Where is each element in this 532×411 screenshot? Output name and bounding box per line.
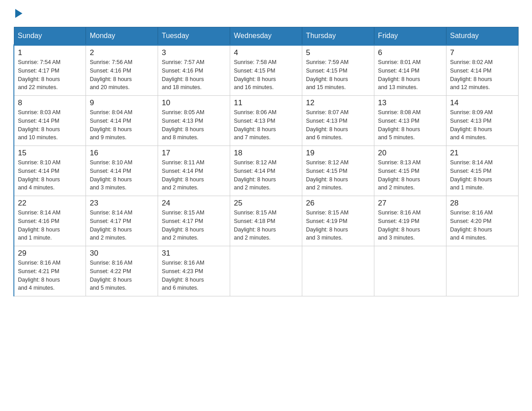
day-info: Sunrise: 8:08 AM Sunset: 4:13 PM Dayligh…	[378, 108, 442, 142]
day-info: Sunrise: 8:12 AM Sunset: 4:14 PM Dayligh…	[234, 158, 298, 192]
day-cell-12: 12 Sunrise: 8:07 AM Sunset: 4:13 PM Dayl…	[302, 96, 374, 146]
calendar-header: Sunday Monday Tuesday Wednesday Thursday…	[14, 27, 519, 45]
day-info: Sunrise: 8:12 AM Sunset: 4:15 PM Dayligh…	[306, 158, 370, 192]
day-info: Sunrise: 8:01 AM Sunset: 4:14 PM Dayligh…	[378, 58, 442, 92]
day-cell-7: 7 Sunrise: 8:02 AM Sunset: 4:14 PM Dayli…	[446, 45, 519, 96]
day-number: 28	[450, 199, 515, 208]
day-number: 6	[378, 48, 442, 57]
day-number: 30	[90, 249, 154, 258]
day-info: Sunrise: 8:14 AM Sunset: 4:17 PM Dayligh…	[90, 209, 154, 242]
day-cell-3: 3 Sunrise: 7:57 AM Sunset: 4:16 PM Dayli…	[158, 45, 230, 96]
logo-triangle-icon	[15, 9, 22, 18]
day-number: 18	[234, 149, 298, 158]
day-cell-30: 30 Sunrise: 8:16 AM Sunset: 4:22 PM Dayl…	[86, 246, 158, 296]
day-cell-11: 11 Sunrise: 8:06 AM Sunset: 4:13 PM Dayl…	[230, 96, 302, 146]
day-cell-13: 13 Sunrise: 8:08 AM Sunset: 4:13 PM Dayl…	[374, 96, 446, 146]
day-cell-19: 19 Sunrise: 8:12 AM Sunset: 4:15 PM Dayl…	[302, 146, 374, 196]
col-saturday: Saturday	[446, 27, 519, 45]
col-tuesday: Tuesday	[158, 27, 230, 45]
calendar-week-4: 22 Sunrise: 8:14 AM Sunset: 4:16 PM Dayl…	[14, 196, 519, 246]
day-info: Sunrise: 7:57 AM Sunset: 4:16 PM Dayligh…	[162, 58, 226, 92]
day-cell-4: 4 Sunrise: 7:58 AM Sunset: 4:15 PM Dayli…	[230, 45, 302, 96]
day-cell-31: 31 Sunrise: 8:16 AM Sunset: 4:23 PM Dayl…	[158, 246, 230, 296]
day-number: 20	[378, 149, 442, 158]
day-info: Sunrise: 8:13 AM Sunset: 4:15 PM Dayligh…	[378, 158, 442, 192]
day-number: 25	[234, 199, 298, 208]
day-info: Sunrise: 8:10 AM Sunset: 4:14 PM Dayligh…	[90, 158, 154, 192]
day-number: 27	[378, 199, 442, 208]
day-cell-2: 2 Sunrise: 7:56 AM Sunset: 4:16 PM Dayli…	[86, 45, 158, 96]
day-cell-24: 24 Sunrise: 8:15 AM Sunset: 4:17 PM Dayl…	[158, 196, 230, 246]
calendar-week-1: 1 Sunrise: 7:54 AM Sunset: 4:17 PM Dayli…	[14, 45, 519, 96]
day-info: Sunrise: 8:16 AM Sunset: 4:19 PM Dayligh…	[378, 209, 442, 242]
day-number: 8	[18, 98, 82, 107]
day-number: 16	[90, 149, 154, 158]
day-cell-8: 8 Sunrise: 8:03 AM Sunset: 4:14 PM Dayli…	[14, 96, 86, 146]
day-number: 29	[18, 249, 82, 258]
col-thursday: Thursday	[302, 27, 374, 45]
day-info: Sunrise: 8:14 AM Sunset: 4:15 PM Dayligh…	[450, 158, 515, 192]
col-wednesday: Wednesday	[230, 27, 302, 45]
day-info: Sunrise: 8:15 AM Sunset: 4:18 PM Dayligh…	[234, 209, 298, 242]
day-number: 11	[234, 98, 298, 107]
day-info: Sunrise: 8:02 AM Sunset: 4:14 PM Dayligh…	[450, 58, 515, 92]
day-number: 26	[306, 199, 370, 208]
day-info: Sunrise: 8:14 AM Sunset: 4:16 PM Dayligh…	[18, 209, 82, 242]
logo	[13, 9, 22, 18]
day-cell-17: 17 Sunrise: 8:11 AM Sunset: 4:14 PM Dayl…	[158, 146, 230, 196]
day-info: Sunrise: 8:16 AM Sunset: 4:21 PM Dayligh…	[18, 259, 82, 292]
day-cell-5: 5 Sunrise: 7:59 AM Sunset: 4:15 PM Dayli…	[302, 45, 374, 96]
day-cell-20: 20 Sunrise: 8:13 AM Sunset: 4:15 PM Dayl…	[374, 146, 446, 196]
day-cell-25: 25 Sunrise: 8:15 AM Sunset: 4:18 PM Dayl…	[230, 196, 302, 246]
calendar-week-2: 8 Sunrise: 8:03 AM Sunset: 4:14 PM Dayli…	[14, 96, 519, 146]
day-info: Sunrise: 8:10 AM Sunset: 4:14 PM Dayligh…	[18, 158, 82, 192]
day-cell-15: 15 Sunrise: 8:10 AM Sunset: 4:14 PM Dayl…	[14, 146, 86, 196]
day-number: 4	[234, 48, 298, 57]
day-cell-10: 10 Sunrise: 8:05 AM Sunset: 4:13 PM Dayl…	[158, 96, 230, 146]
col-friday: Friday	[374, 27, 446, 45]
empty-cell	[230, 246, 302, 296]
day-number: 19	[306, 149, 370, 158]
day-number: 12	[306, 98, 370, 107]
day-cell-28: 28 Sunrise: 8:16 AM Sunset: 4:20 PM Dayl…	[446, 196, 519, 246]
empty-cell	[374, 246, 446, 296]
day-info: Sunrise: 8:15 AM Sunset: 4:19 PM Dayligh…	[306, 209, 370, 242]
calendar-week-5: 29 Sunrise: 8:16 AM Sunset: 4:21 PM Dayl…	[14, 246, 519, 296]
col-monday: Monday	[86, 27, 158, 45]
day-number: 15	[18, 149, 82, 158]
day-info: Sunrise: 8:15 AM Sunset: 4:17 PM Dayligh…	[162, 209, 226, 242]
day-number: 21	[450, 149, 515, 158]
day-number: 13	[378, 98, 442, 107]
day-cell-18: 18 Sunrise: 8:12 AM Sunset: 4:14 PM Dayl…	[230, 146, 302, 196]
day-info: Sunrise: 8:16 AM Sunset: 4:22 PM Dayligh…	[90, 259, 154, 292]
day-number: 23	[90, 199, 154, 208]
day-cell-1: 1 Sunrise: 7:54 AM Sunset: 4:17 PM Dayli…	[14, 45, 86, 96]
day-number: 7	[450, 48, 515, 57]
day-number: 9	[90, 98, 154, 107]
day-cell-6: 6 Sunrise: 8:01 AM Sunset: 4:14 PM Dayli…	[374, 45, 446, 96]
day-number: 5	[306, 48, 370, 57]
day-cell-16: 16 Sunrise: 8:10 AM Sunset: 4:14 PM Dayl…	[86, 146, 158, 196]
col-sunday: Sunday	[14, 27, 86, 45]
day-info: Sunrise: 8:03 AM Sunset: 4:14 PM Dayligh…	[18, 108, 82, 142]
day-info: Sunrise: 8:05 AM Sunset: 4:13 PM Dayligh…	[162, 108, 226, 142]
empty-cell	[446, 246, 519, 296]
day-info: Sunrise: 8:04 AM Sunset: 4:14 PM Dayligh…	[90, 108, 154, 142]
day-cell-29: 29 Sunrise: 8:16 AM Sunset: 4:21 PM Dayl…	[14, 246, 86, 296]
day-number: 31	[162, 249, 226, 258]
day-info: Sunrise: 8:16 AM Sunset: 4:23 PM Dayligh…	[162, 259, 226, 292]
day-number: 1	[18, 48, 82, 57]
day-cell-23: 23 Sunrise: 8:14 AM Sunset: 4:17 PM Dayl…	[86, 196, 158, 246]
day-info: Sunrise: 7:58 AM Sunset: 4:15 PM Dayligh…	[234, 58, 298, 92]
day-number: 14	[450, 98, 515, 107]
day-info: Sunrise: 7:59 AM Sunset: 4:15 PM Dayligh…	[306, 58, 370, 92]
logo-general	[13, 9, 22, 18]
day-info: Sunrise: 7:56 AM Sunset: 4:16 PM Dayligh…	[90, 58, 154, 92]
calendar-body: 1 Sunrise: 7:54 AM Sunset: 4:17 PM Dayli…	[14, 45, 519, 296]
day-cell-26: 26 Sunrise: 8:15 AM Sunset: 4:19 PM Dayl…	[302, 196, 374, 246]
day-info: Sunrise: 8:11 AM Sunset: 4:14 PM Dayligh…	[162, 158, 226, 192]
day-number: 3	[162, 48, 226, 57]
day-info: Sunrise: 8:07 AM Sunset: 4:13 PM Dayligh…	[306, 108, 370, 142]
day-number: 17	[162, 149, 226, 158]
day-cell-22: 22 Sunrise: 8:14 AM Sunset: 4:16 PM Dayl…	[14, 196, 86, 246]
